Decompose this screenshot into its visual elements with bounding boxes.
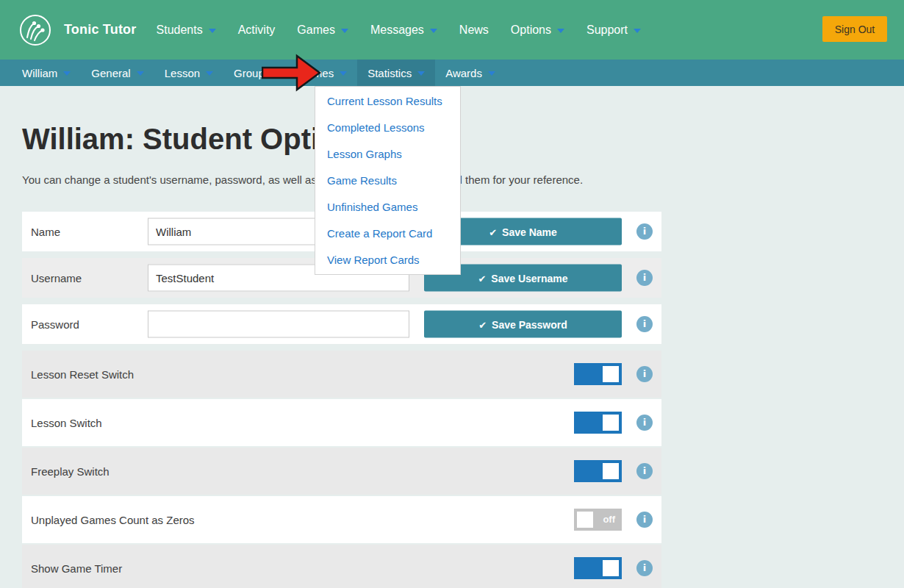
top-nav-items: Students Activity Games Messages News Op… (146, 0, 653, 60)
toggle-switch[interactable]: off (574, 509, 622, 531)
save-button[interactable]: ✔Save Password (424, 311, 622, 338)
chevron-down-icon (430, 29, 437, 33)
top-nav-item-games[interactable]: Games (286, 0, 359, 60)
top-nav-item-label: Activity (238, 24, 276, 37)
top-navigation-bar: Tonic Tutor Students Activity Games Mess… (0, 0, 904, 60)
toggle-row: Freeplay Switch i (22, 448, 661, 495)
chevron-down-icon (634, 29, 641, 33)
page-title: William: Student Options (22, 123, 904, 156)
toggle-state-label: off (603, 509, 615, 531)
top-nav-item-label: News (459, 24, 489, 37)
dropdown-menu-item[interactable]: Unfinished Games (315, 194, 460, 220)
info-icon[interactable]: i (636, 560, 653, 576)
save-button-label: Save Username (491, 272, 567, 284)
intro-text: You can change a student's username, pas… (22, 173, 904, 186)
top-nav-item-label: Messages (370, 24, 424, 37)
top-nav-item-label: Students (157, 24, 203, 37)
sub-nav-item-label: Games (298, 67, 334, 79)
sub-nav-item-lesson[interactable]: Lesson (154, 60, 223, 86)
toggle-row: Show Game Timer i (22, 545, 661, 588)
top-nav-item-support[interactable]: Support (575, 0, 652, 60)
field-label: Name (31, 226, 60, 238)
dropdown-menu-item[interactable]: Create a Report Card (315, 220, 460, 247)
toggle-row: Unplayed Games Count as Zeros off i (22, 496, 661, 543)
toggle-label: Show Game Timer (31, 562, 122, 575)
dropdown-menu-item[interactable]: Lesson Graphs (315, 141, 460, 168)
sub-nav-item-william[interactable]: William (12, 60, 81, 86)
sub-nav-item-group[interactable]: Group (223, 60, 288, 86)
tonic-tutor-logo (19, 14, 51, 46)
check-icon: ✔ (489, 226, 497, 237)
info-icon[interactable]: i (636, 223, 653, 240)
toggle-switch[interactable] (574, 363, 622, 385)
chevron-down-icon (340, 71, 347, 76)
save-button-label: Save Name (502, 226, 557, 237)
chevron-down-icon (488, 71, 495, 76)
toggle-label: Lesson Reset Switch (31, 368, 134, 381)
sub-nav-item-statistics[interactable]: Statistics (357, 60, 435, 86)
statistics-dropdown-menu: Current Lesson ResultsCompleted LessonsL… (315, 86, 461, 275)
toggle-knob (577, 512, 593, 528)
chevron-down-icon (557, 29, 564, 33)
sub-nav-item-label: Awards (445, 67, 482, 79)
top-nav-item-label: Options (511, 24, 551, 37)
top-nav-item-students[interactable]: Students (146, 0, 227, 60)
field-label: Username (31, 272, 82, 284)
save-button-label: Save Password (492, 318, 567, 330)
chevron-down-icon (137, 71, 144, 76)
top-nav-item-options[interactable]: Options (500, 0, 575, 60)
toggle-knob (603, 366, 619, 382)
dropdown-menu-item[interactable]: View Report Cards (315, 247, 460, 273)
sign-out-button[interactable]: Sign Out (822, 16, 887, 42)
check-icon: ✔ (478, 319, 487, 330)
check-icon: ✔ (478, 273, 486, 284)
sub-nav-item-label: William (22, 67, 57, 79)
toggle-switch[interactable] (574, 412, 622, 434)
toggle-label: Freeplay Switch (31, 465, 110, 478)
chevron-down-icon (270, 71, 278, 76)
dropdown-menu-item[interactable]: Current Lesson Results (315, 88, 460, 115)
chevron-down-icon (209, 29, 216, 33)
toggle-switch[interactable] (574, 557, 622, 579)
form-row: Password ✔Save Password i (22, 304, 661, 344)
top-nav-item-label: Support (586, 24, 628, 37)
toggle-switch[interactable] (574, 460, 622, 482)
toggle-knob (603, 415, 619, 431)
top-nav-item-news[interactable]: News (448, 0, 500, 60)
dropdown-menu-item[interactable]: Game Results (315, 168, 460, 194)
info-icon[interactable]: i (636, 316, 653, 332)
toggle-label: Lesson Switch (31, 417, 102, 429)
toggle-row: Lesson Reset Switch i (22, 351, 661, 398)
chevron-down-icon (206, 71, 213, 76)
toggle-knob (603, 560, 619, 576)
field-label: Password (31, 318, 79, 331)
top-nav-item-activity[interactable]: Activity (227, 0, 287, 60)
toggle-knob (603, 463, 619, 479)
toggle-row: Lesson Switch i (22, 399, 661, 446)
brand-title: Tonic Tutor (64, 22, 137, 37)
top-nav-item-messages[interactable]: Messages (359, 0, 448, 60)
chevron-down-icon (417, 71, 425, 76)
info-icon[interactable]: i (636, 415, 653, 431)
screen: Tonic Tutor Students Activity Games Mess… (0, 0, 904, 588)
sub-nav-item-label: Group (234, 67, 265, 79)
text-input[interactable] (148, 311, 409, 338)
sub-nav-item-label: Lesson (165, 67, 200, 79)
info-icon[interactable]: i (636, 463, 653, 479)
student-sub-navigation-bar: William General Lesson Group Games Stati… (0, 60, 904, 86)
info-icon[interactable]: i (636, 366, 653, 382)
sub-nav-item-awards[interactable]: Awards (435, 60, 506, 86)
top-nav-item-label: Games (297, 24, 335, 37)
info-icon[interactable]: i (636, 512, 653, 528)
info-icon[interactable]: i (636, 270, 653, 286)
toggle-label: Unplayed Games Count as Zeros (31, 514, 195, 526)
sub-nav-item-general[interactable]: General (81, 60, 154, 86)
dropdown-menu-item[interactable]: Completed Lessons (315, 115, 460, 141)
chevron-down-icon (63, 71, 71, 76)
sub-nav-item-label: General (91, 67, 130, 79)
chevron-down-icon (341, 29, 348, 33)
sub-nav-item-label: Statistics (367, 67, 412, 79)
sub-nav-item-games[interactable]: Games (288, 60, 357, 86)
